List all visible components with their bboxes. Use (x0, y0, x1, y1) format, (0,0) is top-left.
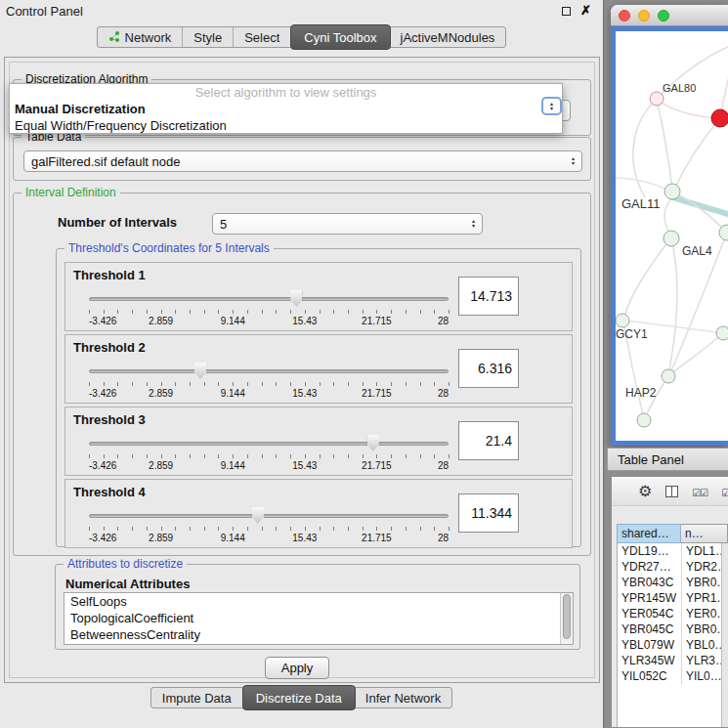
table-cell[interactable]: YPR145W (618, 590, 682, 606)
tick-label: 21.715 (362, 460, 392, 471)
network-edge[interactable] (657, 99, 720, 118)
table-cell[interactable]: YDR27… (618, 559, 682, 575)
minimize-traffic-light[interactable] (638, 10, 650, 21)
tick-mark (276, 382, 277, 386)
tab-network[interactable]: Network (98, 27, 184, 47)
network-edge[interactable] (668, 237, 677, 375)
network-edge[interactable] (674, 118, 720, 190)
table-cell[interactable]: YBR043C (618, 575, 682, 590)
attribute-item-selfloops[interactable]: SelfLoops (64, 593, 573, 610)
zoom-traffic-light[interactable] (658, 10, 669, 21)
table-row[interactable]: YBR045CYBR0… (618, 621, 728, 637)
attribute-item-topologicalcoefficient[interactable]: TopologicalCoefficient (64, 610, 573, 626)
threshold-value-field[interactable]: 6.316 (458, 349, 519, 388)
network-node-selected-red-node[interactable] (711, 109, 728, 127)
network-node-gal4-node[interactable] (664, 231, 679, 246)
tick-label: 15.43 (292, 316, 317, 326)
table-cell[interactable]: YBR045C (618, 621, 682, 637)
slider-thumb[interactable] (252, 507, 264, 524)
table-row[interactable]: YLR345WYLR3… (618, 653, 728, 668)
attributes-list-items: SelfLoopsTopologicalCoefficientBetweenne… (64, 593, 573, 643)
window-title: Control Panel (6, 4, 83, 19)
table-data-combobox[interactable]: galFiltered.sif default node (23, 150, 582, 172)
threshold-slider[interactable] (89, 507, 449, 525)
network-node-gal80-node[interactable] (650, 92, 664, 106)
threshold-value-field[interactable]: 21.4 (458, 421, 519, 460)
tick-label: 15.43 (292, 388, 317, 399)
network-edge[interactable] (672, 197, 728, 215)
threshold-slider[interactable] (89, 290, 449, 308)
algorithm-combo-stepper[interactable] (541, 97, 562, 115)
slider-track[interactable] (89, 369, 449, 373)
table-scrollbar[interactable] (721, 543, 728, 727)
algorithm-option-manual-discretization[interactable]: Manual Discretization (10, 101, 562, 117)
table-row[interactable]: YBL079WYBL0… (618, 637, 728, 653)
tick-mark (233, 310, 234, 314)
network-edge[interactable] (633, 99, 657, 197)
column-header-shared[interactable]: shared… (617, 524, 681, 543)
tick-mark (89, 310, 90, 314)
network-canvas[interactable]: GAL80GAL11GAL4GCY1HAP2 (616, 31, 728, 441)
threshold-slider[interactable] (89, 435, 449, 452)
network-edge[interactable] (616, 178, 672, 193)
tab-infer-network[interactable]: Infer Network (355, 688, 451, 707)
float-window-icon[interactable] (562, 7, 571, 16)
network-node-gcy1-node[interactable] (616, 314, 629, 327)
table-cell[interactable]: YER054C (618, 606, 682, 621)
threshold-slider[interactable] (89, 363, 449, 380)
select-none-icon[interactable] (721, 483, 728, 500)
table-row[interactable]: YDR27…YDR2… (618, 559, 728, 575)
tab-style[interactable]: Style (183, 27, 234, 47)
slider-thumb[interactable] (194, 363, 206, 379)
slider-thumb[interactable] (290, 290, 302, 307)
network-edge[interactable] (657, 99, 672, 190)
slider-track[interactable] (89, 442, 449, 446)
table-row[interactable]: YBR043CYBR0… (618, 575, 728, 590)
table-cell[interactable]: YIL052C (618, 668, 682, 684)
attribute-item-betweennesscentrality[interactable]: BetweennessCentrality (64, 626, 573, 643)
tick-label: 9.144 (221, 533, 245, 543)
tab-impute-data[interactable]: Impute Data (151, 688, 243, 707)
select-all-icon[interactable] (692, 483, 707, 500)
table-row[interactable]: YIL052CYIL0… (618, 668, 728, 684)
column-header-n[interactable]: n… (681, 524, 728, 543)
table-cell[interactable]: YDL19… (618, 543, 682, 559)
algorithm-option-equal-width-frequency-discretization[interactable]: Equal Width/Frequency Discretization (10, 117, 562, 134)
network-node-node[interactable] (662, 369, 675, 383)
network-node-hap2-node[interactable] (637, 413, 651, 427)
tab-cyni-toolbox[interactable]: Cyni Toolbox (290, 24, 390, 50)
network-node-node[interactable] (664, 184, 680, 199)
table-row[interactable]: YDL19…YDL1… (618, 543, 728, 559)
network-node-node[interactable] (716, 326, 728, 340)
threshold-panel-2: Threshold 2-3.4262.8599.14415.4321.71528… (64, 334, 573, 404)
threshold-value-field[interactable]: 14.713 (458, 277, 519, 316)
slider-ticks (89, 310, 449, 315)
table-row[interactable]: YER054CYER0… (618, 606, 728, 621)
close-icon[interactable] (580, 5, 591, 17)
attributes-scrollbar[interactable] (560, 593, 573, 644)
attributes-list[interactable]: SelfLoopsTopologicalCoefficientBetweenne… (64, 592, 574, 645)
scrollbar-thumb[interactable] (563, 594, 571, 639)
network-icon (108, 30, 120, 45)
tick-label: 21.715 (362, 533, 392, 543)
table-panel-titlebar[interactable]: Table Panel (607, 448, 728, 471)
apply-button[interactable]: Apply (265, 657, 329, 679)
slider-thumb[interactable] (367, 435, 379, 451)
table-row[interactable]: YPR145WYPR1… (618, 590, 728, 606)
slider-track[interactable] (89, 297, 449, 301)
threshold-value-field[interactable]: 11.344 (458, 493, 519, 533)
gear-icon[interactable] (638, 482, 652, 500)
close-traffic-light[interactable] (619, 10, 630, 21)
tab-jactivemnodules[interactable]: jActiveMNodules (390, 27, 506, 47)
table-cell[interactable]: YLR345W (618, 653, 682, 668)
slider-track[interactable] (89, 514, 449, 518)
columns-icon[interactable] (665, 486, 678, 497)
algorithm-placeholder-option[interactable]: Select algorithm to view settings (10, 84, 562, 101)
interval-definition-group: Interval Definition Number of Intervals … (13, 193, 591, 556)
tab-discretize-data[interactable]: Discretize Data (242, 685, 356, 710)
number-of-intervals-combobox[interactable]: 5 (212, 213, 483, 235)
table-cell[interactable]: YBL079W (618, 637, 682, 653)
tab-select[interactable]: Select (234, 27, 291, 47)
network-edge[interactable] (623, 237, 671, 320)
tick-mark (190, 382, 191, 386)
